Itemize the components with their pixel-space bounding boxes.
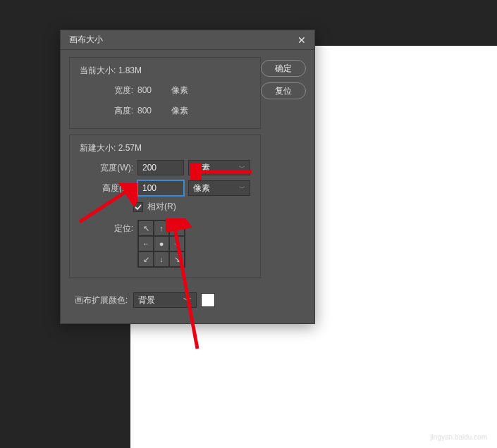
chevron-down-icon: ﹀ — [239, 184, 245, 193]
current-height-value: 800 — [137, 106, 171, 116]
new-height-input[interactable] — [137, 180, 184, 196]
current-width-label: 宽度: — [80, 85, 137, 97]
arrow-up-left-icon: ↖ — [143, 224, 149, 233]
new-height-unit-value: 像素 — [193, 182, 210, 194]
arrow-left-icon: ← — [142, 239, 150, 248]
extension-color-value: 背景 — [138, 294, 155, 306]
anchor-center[interactable]: ● — [154, 236, 169, 251]
arrow-up-right-icon: ↗ — [174, 224, 180, 233]
close-icon[interactable]: ✕ — [295, 33, 309, 47]
new-size-group: 新建大小: 2.57M 宽度(W): 像素 ﹀ 高度(H): 像素 ﹀ — [69, 135, 261, 278]
watermark-brand-left: Bai — [408, 413, 434, 431]
canvas-size-dialog: 画布大小 ✕ 当前大小: 1.83M 宽度: 800 像素 高度: 800 像素… — [60, 30, 315, 324]
current-height-label: 高度: — [80, 105, 137, 117]
arrow-down-right-icon: ↘ — [174, 255, 180, 264]
current-size-heading: 当前大小: 1.83M — [80, 65, 250, 77]
anchor-top-left[interactable]: ↖ — [138, 220, 154, 236]
arrow-right-icon: → — [173, 239, 181, 248]
new-width-unit-select[interactable]: 像素 ﹀ — [188, 160, 250, 175]
extension-color-label: 画布扩展颜色: — [75, 294, 133, 306]
anchor-bottom-right[interactable]: ↘ — [169, 251, 185, 267]
watermark-brand-right: 经验 — [455, 413, 487, 431]
extension-color-select[interactable]: 背景 ﹀ — [133, 292, 197, 308]
watermark-url: jingyan.baidu.com — [408, 433, 487, 441]
dialog-titlebar[interactable]: 画布大小 ✕ — [61, 30, 314, 50]
dialog-title: 画布大小 — [69, 34, 295, 46]
new-width-unit-value: 像素 — [193, 162, 210, 174]
anchor-top[interactable]: ↑ — [154, 220, 169, 236]
current-size-group: 当前大小: 1.83M 宽度: 800 像素 高度: 800 像素 — [69, 57, 261, 129]
check-icon — [135, 204, 142, 211]
chevron-down-icon: ﹀ — [183, 294, 192, 306]
anchor-grid[interactable]: ↖ ↑ ↗ ← ● → ↙ ↓ ↘ — [137, 220, 185, 268]
arrow-up-icon: ↑ — [159, 224, 164, 232]
dot-icon: ● — [159, 239, 164, 248]
anchor-bottom-left[interactable]: ↙ — [138, 251, 154, 267]
extension-color-swatch[interactable] — [201, 293, 215, 307]
current-width-unit: 像素 — [171, 85, 188, 97]
new-size-heading: 新建大小: 2.57M — [80, 142, 250, 154]
arrow-down-icon: ↓ — [159, 255, 164, 263]
watermark: Baido经验 jingyan.baidu.com — [408, 412, 487, 441]
anchor-left[interactable]: ← — [138, 236, 154, 251]
new-width-label: 宽度(W): — [80, 162, 137, 174]
anchor-right[interactable]: → — [169, 236, 185, 251]
reset-button[interactable]: 复位 — [261, 82, 306, 99]
ok-button[interactable]: 确定 — [261, 60, 306, 77]
chevron-down-icon: ﹀ — [239, 163, 245, 173]
new-height-label: 高度(H): — [80, 182, 137, 194]
new-width-input[interactable] — [137, 160, 184, 175]
current-height-unit: 像素 — [171, 105, 188, 117]
anchor-label: 定位: — [80, 220, 137, 235]
arrow-down-left-icon: ↙ — [143, 255, 149, 264]
relative-label: 相对(R) — [147, 201, 176, 213]
relative-checkbox[interactable] — [133, 202, 143, 212]
anchor-bottom[interactable]: ↓ — [154, 251, 169, 267]
anchor-top-right[interactable]: ↗ — [169, 220, 185, 236]
current-width-value: 800 — [137, 85, 171, 95]
new-height-unit-select[interactable]: 像素 ﹀ — [188, 180, 250, 196]
